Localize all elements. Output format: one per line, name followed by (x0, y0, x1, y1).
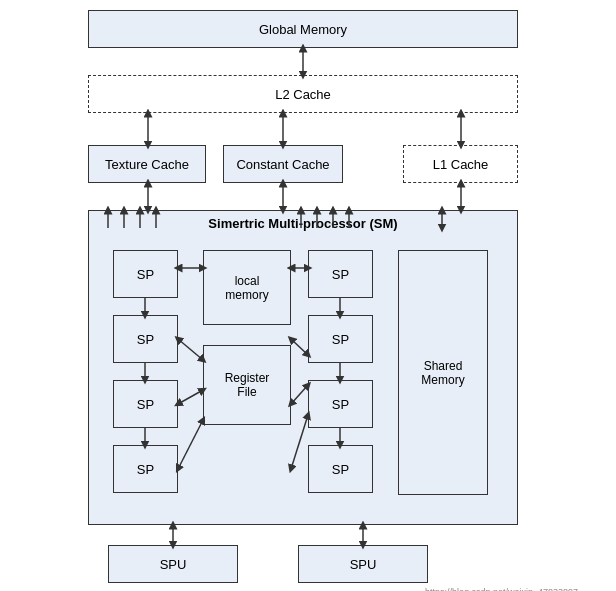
spu1-label: SPU (160, 557, 187, 572)
sp3-label: SP (137, 397, 154, 412)
sp6-label: SP (332, 332, 349, 347)
constant-cache-label: Constant Cache (236, 157, 329, 172)
local-memory-label: localmemory (225, 274, 268, 302)
sp8-box: SP (308, 445, 373, 493)
sp1-label: SP (137, 267, 154, 282)
l1-cache-box: L1 Cache (403, 145, 518, 183)
sp4-label: SP (137, 462, 154, 477)
shared-memory-box: SharedMemory (398, 250, 488, 495)
sp4-box: SP (113, 445, 178, 493)
global-memory-label: Global Memory (259, 22, 347, 37)
sp7-box: SP (308, 380, 373, 428)
global-memory-box: Global Memory (88, 10, 518, 48)
register-file-label: RegisterFile (225, 371, 270, 399)
l2-cache-box: L2 Cache (88, 75, 518, 113)
spu1-box: SPU (108, 545, 238, 583)
texture-cache-box: Texture Cache (88, 145, 206, 183)
l1-cache-label: L1 Cache (433, 157, 489, 172)
local-memory-box: localmemory (203, 250, 291, 325)
sp5-label: SP (332, 267, 349, 282)
sp6-box: SP (308, 315, 373, 363)
register-file-box: RegisterFile (203, 345, 291, 425)
constant-cache-box: Constant Cache (223, 145, 343, 183)
sp5-box: SP (308, 250, 373, 298)
spu2-label: SPU (350, 557, 377, 572)
texture-cache-label: Texture Cache (105, 157, 189, 172)
sp7-label: SP (332, 397, 349, 412)
sm-label: Simertric Multi-processor (SM) (89, 216, 517, 231)
watermark: https://blog.csdn.net/weixin_47833897 (422, 586, 581, 591)
sp1-box: SP (113, 250, 178, 298)
sp8-label: SP (332, 462, 349, 477)
spu2-box: SPU (298, 545, 428, 583)
l2-cache-label: L2 Cache (275, 87, 331, 102)
shared-memory-label: SharedMemory (421, 359, 464, 387)
sp2-box: SP (113, 315, 178, 363)
sp3-box: SP (113, 380, 178, 428)
sp2-label: SP (137, 332, 154, 347)
